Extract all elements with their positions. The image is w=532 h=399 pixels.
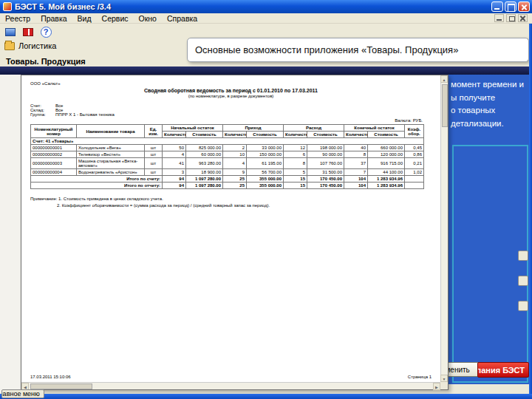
menu-item-vid[interactable]: Вид [72,14,97,23]
report-total-row: Итого по счету:941 097 280.0025355 000.0… [31,176,424,183]
dialog-mini-button-3[interactable] [518,301,528,311]
folder-icon [4,42,15,50]
menu-item-servis[interactable]: Сервис [97,14,134,23]
report-notes: Примечание: 1. Стоимость приведена в цен… [30,196,432,209]
callout: Основные возможности приложения «Товары.… [187,38,529,62]
scroll-right-icon[interactable]: ▶ [433,383,440,390]
report-footer: 17.03.2011 15:10:06 Страница 1 [30,375,432,379]
scroll-up-icon[interactable]: ▲ [440,75,448,83]
brand-best-button[interactable]: Компания БЭСТ [477,362,529,378]
app-icon [3,2,12,11]
window-right-border [529,13,532,399]
header-divider-band [0,66,532,75]
scrollbar-corner [440,382,448,389]
book-icon[interactable] [21,25,35,39]
report-table-row: 000000000003Машина стиральная «Вятка-авт… [31,158,424,169]
nav-section-label: Логистика [18,41,56,50]
title-bar: БЭСТ 5. Мой бизнес /3.4 [0,0,532,13]
callout-text: Основные возможности приложения «Товары.… [195,44,458,55]
report-table-row: 000000000004Водонагреватель «Аристон»шт3… [31,169,424,176]
mdi-minimize-icon[interactable] [494,14,504,22]
report-subtitle: (по номенклатуре, в разрезе документов) [30,94,432,98]
report-currency: Валюта: РУБ. [30,118,423,123]
left-margin [0,75,21,393]
window-title: БЭСТ 5. Мой бизнес /3.4 [15,2,111,11]
app-window: БЭСТ 5. Мой бизнес /3.4 Реестр Правка Ви… [0,0,532,399]
close-button[interactable] [518,1,530,12]
scroll-down-icon[interactable]: ▼ [440,375,448,382]
minimize-button[interactable] [491,1,503,12]
report-preview-window: ООО «Салют» Сводная оборотная ведомость … [21,75,449,390]
report-table: Номенклатурный номер Наименование товара… [30,124,424,189]
report-content: ООО «Салют» Сводная оборотная ведомость … [21,75,440,382]
report-params: Счет:Все Склад:Все Группа:ППРР X 1 - Быт… [30,103,432,117]
vertical-scroll-thumb[interactable] [442,84,448,127]
report-total-row: Итого по отчету:941 097 280.0025355 000.… [31,183,424,189]
help-icon[interactable]: ? [38,25,53,39]
report-table-row: 000000000001Холодильник «Вега»шт50825 00… [31,145,424,151]
report-page-number: Страница 1 [408,375,432,379]
menu-bar: Реестр Правка Вид Сервис Окно Справка [0,13,532,24]
report-table-row: 000000000002Телевизор «Вестел»шт460 000.… [31,151,424,158]
report-org: ООО «Салют» [30,81,432,86]
slide-text-fragment: момент времени и ы получите о товарных д… [451,78,524,130]
dialog-mini-button-1[interactable] [518,250,528,261]
nav-subsection-label: Товары. Продукция [6,57,86,66]
hidden-dialog-outline [452,145,528,383]
vertical-scrollbar[interactable]: ▲ ▼ [440,75,448,382]
mdi-restore-icon[interactable] [506,14,516,22]
menu-item-spravka[interactable]: Справка [162,14,202,23]
window-bottom-border [0,394,532,399]
maximize-button[interactable] [505,1,516,12]
horizontal-scroll-thumb[interactable] [30,383,92,389]
report-datetime: 17.03.2011 15:10:06 [30,375,71,379]
monitor-icon[interactable] [3,25,18,39]
report-title: Сводная оборотная ведомость за период с … [30,88,432,93]
horizontal-scrollbar[interactable]: ◀ ▶ [21,382,440,389]
mdi-close-icon[interactable] [518,14,528,22]
menu-item-pravka[interactable]: Правка [35,14,72,23]
nav-section[interactable]: Логистика [4,41,56,50]
report-section-row: Счет: 41 «Товары» [31,138,424,145]
menu-item-okno[interactable]: Окно [134,14,162,23]
menu-item-reestr[interactable]: Реестр [0,14,35,23]
dialog-mini-button-2[interactable] [518,276,528,286]
taskbar-item-main-menu[interactable]: Главное меню [1,389,44,398]
